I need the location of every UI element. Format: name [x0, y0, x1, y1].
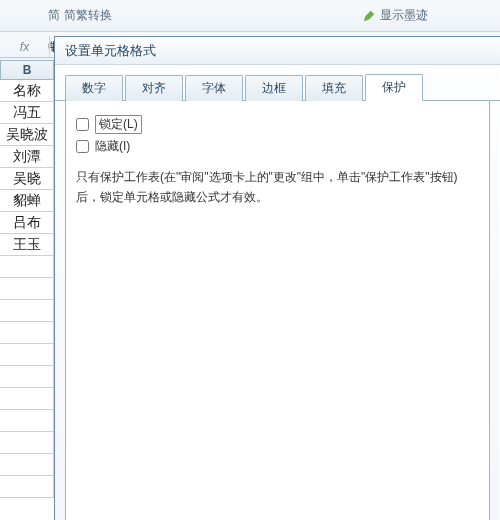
pencil-icon [362, 9, 376, 23]
format-cells-dialog: 设置单元格格式 数字 对齐 字体 边框 填充 保护 锁定(L) 隐藏(I) 只有… [54, 36, 500, 520]
column-cells: 名称 冯五 吴晓波 刘潭 吴晓 貂蝉 吕布 王玉 . . . . . . . .… [0, 80, 54, 498]
lock-label: 锁定(L) [95, 115, 142, 134]
cell[interactable]: 王玉 [0, 234, 54, 256]
cell[interactable]: 名称 [0, 80, 54, 102]
cell[interactable]: . [0, 454, 54, 476]
dialog-title: 设置单元格格式 [55, 37, 500, 65]
cell[interactable]: 貂蝉 [0, 190, 54, 212]
cell[interactable]: . [0, 256, 54, 278]
fx-icon[interactable]: fx [0, 36, 50, 57]
protect-panel: 锁定(L) 隐藏(I) 只有保护工作表(在"审阅"选项卡上的"更改"组中，单击"… [65, 101, 490, 520]
cell[interactable]: . [0, 476, 54, 498]
tab-protect[interactable]: 保护 [365, 74, 423, 101]
column-header-b[interactable]: B [0, 60, 54, 80]
cell[interactable]: . [0, 344, 54, 366]
cell[interactable]: . [0, 388, 54, 410]
tab-border[interactable]: 边框 [245, 75, 303, 101]
hide-option[interactable]: 隐藏(I) [76, 138, 479, 155]
hide-checkbox[interactable] [76, 140, 89, 153]
protect-guide-text: 只有保护工作表(在"审阅"选项卡上的"更改"组中，单击"保护工作表"按钮)后，锁… [76, 167, 479, 208]
cell[interactable]: . [0, 410, 54, 432]
cell[interactable]: 吕布 [0, 212, 54, 234]
tab-strip: 数字 对齐 字体 边框 填充 保护 [55, 65, 500, 101]
tab-fill[interactable]: 填充 [305, 75, 363, 101]
cell[interactable]: . [0, 432, 54, 454]
track-label: 显示墨迹 [380, 7, 428, 24]
cell[interactable]: 冯五 [0, 102, 54, 124]
lock-checkbox[interactable] [76, 118, 89, 131]
tab-font[interactable]: 字体 [185, 75, 243, 101]
track-changes-button[interactable]: 显示墨迹 [362, 7, 428, 24]
cell[interactable]: 刘潭 [0, 146, 54, 168]
cell[interactable]: 吴晓波 [0, 124, 54, 146]
cell[interactable]: . [0, 322, 54, 344]
cell[interactable]: . [0, 278, 54, 300]
tab-number[interactable]: 数字 [65, 75, 123, 101]
cell[interactable]: . [0, 300, 54, 322]
lock-option[interactable]: 锁定(L) [76, 115, 479, 134]
convert-button[interactable]: 简 简繁转换 [48, 7, 112, 24]
ribbon: 简 简繁转换 显示墨迹 [0, 0, 500, 32]
cell[interactable]: . [0, 366, 54, 388]
convert-icon: 简 [48, 7, 60, 24]
cell[interactable]: 吴晓 [0, 168, 54, 190]
tab-align[interactable]: 对齐 [125, 75, 183, 101]
hide-label: 隐藏(I) [95, 138, 130, 155]
convert-label: 简繁转换 [64, 7, 112, 24]
